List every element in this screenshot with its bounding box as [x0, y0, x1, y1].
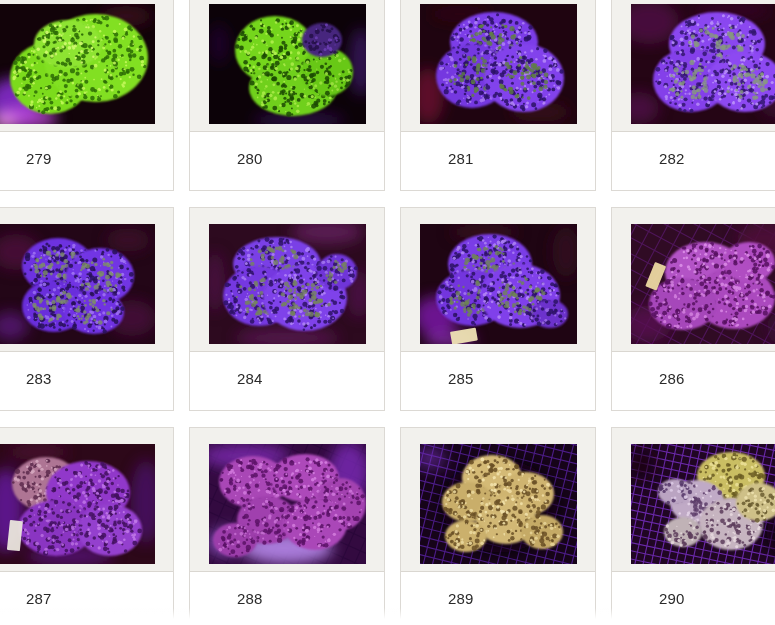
coral-card[interactable]: 288: [189, 427, 385, 625]
coral-card[interactable]: 280: [189, 0, 385, 191]
label-area: 287: [0, 572, 173, 625]
label-area: 280: [190, 132, 384, 190]
coral-id-label: 284: [237, 370, 263, 387]
coral-card[interactable]: 287: [0, 427, 174, 625]
label-area: 279: [0, 132, 173, 190]
coral-photo: [420, 224, 577, 344]
coral-photo: [631, 4, 775, 124]
photo-area: [0, 0, 173, 132]
photo-area: [0, 428, 173, 572]
photo-area: [190, 208, 384, 352]
coral-card[interactable]: 289: [400, 427, 596, 625]
coral-photo: [0, 444, 155, 564]
label-area: 290: [612, 572, 775, 625]
photo-area: [401, 0, 595, 132]
photo-area: [612, 428, 775, 572]
coral-photo: [631, 444, 775, 564]
coral-photo: [209, 224, 366, 344]
coral-card[interactable]: 286: [611, 207, 775, 411]
label-area: 282: [612, 132, 775, 190]
label-area: 281: [401, 132, 595, 190]
label-area: 288: [190, 572, 384, 625]
coral-photo: [420, 444, 577, 564]
coral-id-label: 288: [237, 590, 263, 607]
coral-photo: [0, 4, 155, 124]
coral-photo: [420, 4, 577, 124]
coral-card[interactable]: 284: [189, 207, 385, 411]
coral-id-label: 283: [26, 370, 52, 387]
label-area: 289: [401, 572, 595, 625]
coral-photo: [209, 4, 366, 124]
photo-area: [612, 208, 775, 352]
coral-id-label: 290: [659, 590, 685, 607]
photo-area: [401, 428, 595, 572]
label-area: 285: [401, 352, 595, 410]
coral-photo: [0, 224, 155, 344]
coral-photo: [631, 224, 775, 344]
label-area: 286: [612, 352, 775, 410]
coral-id-label: 286: [659, 370, 685, 387]
coral-id-label: 282: [659, 150, 685, 167]
coral-card[interactable]: 285: [400, 207, 596, 411]
photo-area: [190, 0, 384, 132]
coral-id-label: 289: [448, 590, 474, 607]
label-area: 284: [190, 352, 384, 410]
coral-id-label: 281: [448, 150, 474, 167]
photo-area: [612, 0, 775, 132]
photo-area: [0, 208, 173, 352]
coral-card[interactable]: 281: [400, 0, 596, 191]
thumbnail-grid: 279 280 281 282 283: [0, 0, 775, 625]
photo-area: [190, 428, 384, 572]
coral-photo: [209, 444, 366, 564]
coral-id-label: 287: [26, 590, 52, 607]
gallery-viewport: 279 280 281 282 283: [0, 0, 775, 625]
coral-id-label: 285: [448, 370, 474, 387]
coral-card[interactable]: 283: [0, 207, 174, 411]
coral-card[interactable]: 290: [611, 427, 775, 625]
coral-card[interactable]: 279: [0, 0, 174, 191]
coral-card[interactable]: 282: [611, 0, 775, 191]
label-area: 283: [0, 352, 173, 410]
coral-id-label: 279: [26, 150, 52, 167]
coral-id-label: 280: [237, 150, 263, 167]
photo-area: [401, 208, 595, 352]
